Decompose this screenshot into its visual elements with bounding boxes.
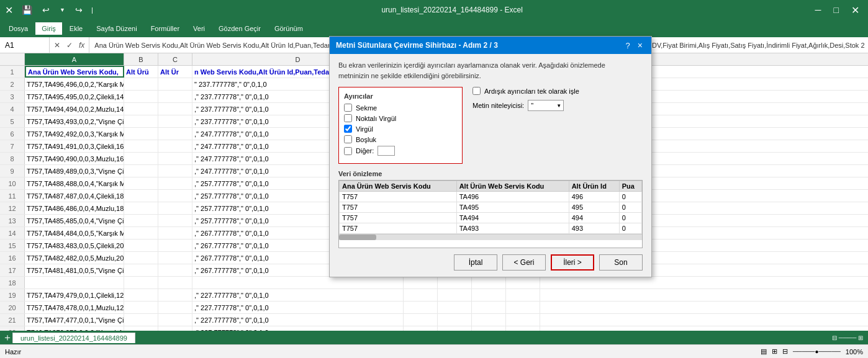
cell-b3[interactable]: [124, 91, 158, 102]
cell-b4[interactable]: [124, 103, 158, 115]
cell-d18[interactable]: [192, 277, 404, 289]
cell-d21[interactable]: ," 227.777778"," 0",0,1,0: [192, 314, 404, 326]
cell-extra-19-0[interactable]: [404, 289, 438, 301]
cell-b20[interactable]: [124, 302, 158, 313]
ileri-button[interactable]: İleri >: [551, 254, 594, 271]
cell-c4[interactable]: [158, 103, 192, 115]
cell-a22[interactable]: T746,TA276,276,0,0,2,"Karşık Meyveli",14…: [25, 326, 124, 331]
col-header-a[interactable]: A: [25, 53, 124, 65]
cell-extra-21-0[interactable]: [404, 314, 438, 326]
cell-extra-22-2[interactable]: [472, 326, 506, 331]
cell-a16[interactable]: T757,TA482,482,0,0,5,Muzlu,20,,10,true,8…: [25, 252, 124, 264]
cell-b8[interactable]: [124, 153, 158, 164]
cell-a4[interactable]: T757,TA494,494,0,0,2,Muzlu,14,,10,true,8…: [25, 103, 124, 115]
cell-b12[interactable]: [124, 202, 158, 214]
cell-extra-20-2[interactable]: [472, 302, 506, 313]
cell-extra-21-1[interactable]: [438, 314, 472, 326]
cell-a9[interactable]: T757,TA489,489,0,0,3,"Vişne Çikolatalı",…: [25, 165, 124, 177]
cell-extra-22-1[interactable]: [438, 326, 472, 331]
checkbox-diger[interactable]: [344, 147, 352, 155]
cell-extra-19-1[interactable]: [438, 289, 472, 301]
cell-extra-19-3[interactable]: [506, 289, 540, 301]
cell-b1[interactable]: Alt Ürü: [124, 66, 158, 78]
cell-extra-18-2[interactable]: [472, 277, 506, 289]
cell-c5[interactable]: [158, 115, 192, 127]
cell-extra-21-3[interactable]: [506, 314, 540, 326]
cell-b13[interactable]: [124, 215, 158, 226]
cell-d22[interactable]: ," 237.777778"," 0",0,1,0: [192, 326, 404, 331]
preview-horizontal-scrollbar[interactable]: [339, 234, 642, 240]
cell-extra-20-1[interactable]: [438, 302, 472, 313]
view-layout-icon[interactable]: ⊞: [772, 347, 777, 356]
cell-extra-21-2[interactable]: [472, 314, 506, 326]
cancel-formula-icon[interactable]: ✕: [52, 41, 62, 50]
diger-input[interactable]: [377, 146, 395, 156]
close-button[interactable]: ✕: [848, 3, 863, 17]
ribbon-tab-view[interactable]: Görünüm: [268, 22, 309, 35]
view-normal-icon[interactable]: ▤: [761, 347, 767, 356]
cell-c16[interactable]: [158, 252, 192, 264]
cell-a17[interactable]: T757,TA481,481,0,0,5,"Vişne Çikolatalı",…: [25, 264, 124, 276]
col-header-c[interactable]: C: [158, 53, 192, 65]
cell-b22[interactable]: [124, 326, 158, 331]
cell-b11[interactable]: [124, 190, 158, 202]
cell-a3[interactable]: T757,TA495,495,0,0,2,Çilekli,14,,10,true…: [25, 91, 124, 102]
cell-a7[interactable]: T757,TA491,491,0,0,3,Çilekli,16,,10,true…: [25, 140, 124, 152]
cell-b19[interactable]: [124, 289, 158, 301]
dialog-help-button[interactable]: ?: [623, 40, 633, 50]
cell-c17[interactable]: [158, 264, 192, 276]
cell-a18[interactable]: [25, 277, 124, 289]
cell-a21[interactable]: T757,TA477,477,0,0,1,"Vişne Çikolatalı",…: [25, 314, 124, 326]
cell-d19[interactable]: ," 227.777778"," 0",0,1,0: [192, 289, 404, 301]
cell-c20[interactable]: [158, 302, 192, 313]
cell-a6[interactable]: T757,TA492,492,0,0,3,"Karşık Meyveli",16…: [25, 128, 124, 140]
ribbon-tab-review[interactable]: Gözden Geçir: [212, 22, 267, 35]
cell-extra-18-3[interactable]: [506, 277, 540, 289]
cell-c22[interactable]: [158, 326, 192, 331]
undo-dropdown[interactable]: ▼: [56, 6, 69, 14]
cell-b2[interactable]: [124, 78, 158, 90]
cell-extra-20-0[interactable]: [404, 302, 438, 313]
cell-extra-18-0[interactable]: [404, 277, 438, 289]
cell-a20[interactable]: T757,TA478,478,0,0,1,Muzlu,12,,10,true,8…: [25, 302, 124, 313]
cell-c8[interactable]: [158, 153, 192, 164]
ribbon-tab-page-layout[interactable]: Sayfa Düzeni: [90, 22, 143, 35]
cell-c6[interactable]: [158, 128, 192, 140]
insert-function-icon[interactable]: fx: [77, 41, 86, 50]
ribbon-tab-formulas[interactable]: Formüller: [145, 22, 186, 35]
checkbox-noktali-virgul[interactable]: [344, 114, 352, 122]
ribbon-tab-home[interactable]: Giriş: [35, 22, 62, 35]
cell-c1[interactable]: Alt Ür: [158, 66, 192, 78]
cell-a13[interactable]: T757,TA485,485,0,0,4,"Vişne Çikolatalı",…: [25, 215, 124, 226]
iptal-button[interactable]: İptal: [454, 254, 497, 271]
cell-c3[interactable]: [158, 91, 192, 102]
redo-button[interactable]: ↪: [71, 4, 86, 16]
cell-c13[interactable]: [158, 215, 192, 226]
cell-c2[interactable]: [158, 78, 192, 90]
cell-a10[interactable]: T757,TA488,488,0,0,4,"Karşık Meyveli",18…: [25, 177, 124, 189]
cell-b17[interactable]: [124, 264, 158, 276]
cell-a14[interactable]: T757,TA484,484,0,0,5,"Karşık Meyveli",20…: [25, 227, 124, 239]
cell-c18[interactable]: [158, 277, 192, 289]
cell-b6[interactable]: [124, 128, 158, 140]
cell-a5[interactable]: T757,TA493,493,0,0,2,"Vişne Çikolatalı",…: [25, 115, 124, 127]
dialog-close-button[interactable]: ×: [635, 40, 645, 50]
cell-c11[interactable]: [158, 190, 192, 202]
metin-niteleyici-select[interactable]: " ' {none}: [528, 100, 564, 111]
cell-a2[interactable]: T757,TA496,496,0,0,2,"Karşık Meyveli",14…: [25, 78, 124, 90]
cell-c12[interactable]: [158, 202, 192, 214]
cell-a11[interactable]: T757,TA487,487,0,0,4,Çilekli,18,,10,true…: [25, 190, 124, 202]
cell-b9[interactable]: [124, 165, 158, 177]
cell-b16[interactable]: [124, 252, 158, 264]
cell-c7[interactable]: [158, 140, 192, 152]
cell-extra-18-1[interactable]: [438, 277, 472, 289]
ribbon-tab-file[interactable]: Dosya: [2, 22, 34, 35]
cell-c9[interactable]: [158, 165, 192, 177]
cell-a8[interactable]: T757,TA490,490,0,0,3,Muzlu,16,,10,true,8…: [25, 153, 124, 164]
cell-reference-box[interactable]: A1: [0, 37, 50, 53]
son-button[interactable]: Son: [599, 254, 643, 271]
geri-button[interactable]: < Geri: [502, 254, 546, 271]
confirm-formula-icon[interactable]: ✓: [65, 41, 75, 50]
zoom-slider[interactable]: ─────●─────: [793, 348, 841, 355]
ribbon-tab-data[interactable]: Veri: [187, 22, 211, 35]
